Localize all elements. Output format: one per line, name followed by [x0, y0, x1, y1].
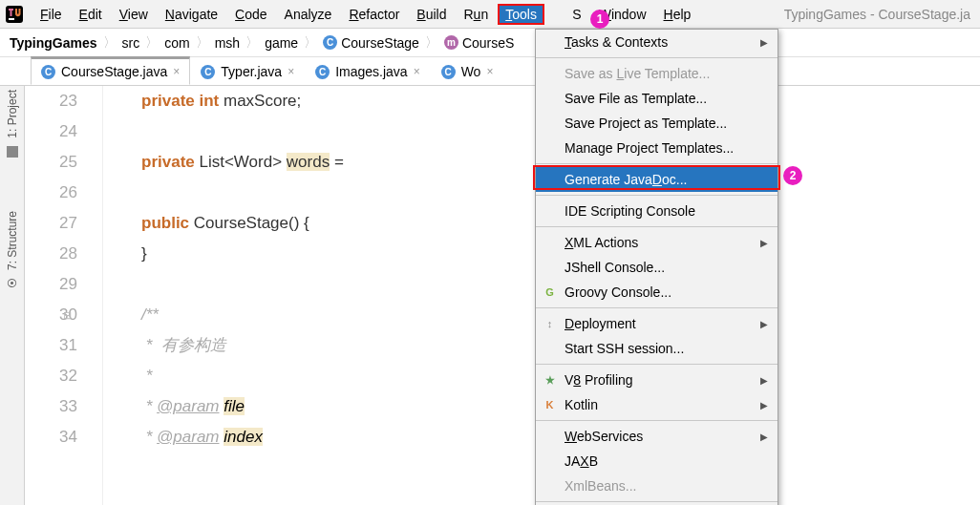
- menu-item-jshell-console-[interactable]: JShell Console...: [536, 255, 778, 280]
- tool-structure[interactable]: 7: Structure: [6, 211, 19, 270]
- v8-profiling-icon: ★: [543, 373, 557, 388]
- window-title: TypingGames - CourseStage.ja: [784, 7, 974, 22]
- fold-icon[interactable]: ⊟: [63, 300, 72, 330]
- menu-build[interactable]: Build: [409, 4, 454, 25]
- menu-navigate[interactable]: Navigate: [158, 4, 225, 25]
- menu-separator: [536, 307, 778, 308]
- class-icon: C: [323, 35, 337, 50]
- tab-images-java[interactable]: CImages.java×: [305, 58, 431, 85]
- menu-item-save-project-as-template-[interactable]: Save Project as Template...: [536, 111, 778, 136]
- callout-1: 1: [590, 10, 609, 29]
- breadcrumb-sep: 〉: [196, 34, 209, 52]
- menu-vcs[interactable]: VCS: [546, 4, 589, 25]
- menu-item-deployment[interactable]: ↕Deployment▶: [536, 311, 778, 336]
- class-icon: C: [441, 65, 456, 79]
- crumb-courses[interactable]: mCourseS: [444, 35, 514, 51]
- code-editor[interactable]: 2324252627282930⊟31323334 private int ma…: [25, 86, 980, 505]
- groovy-console--icon: G: [543, 285, 557, 300]
- tools-dropdown: Tasks & Contexts▶Save as Live Template..…: [535, 29, 778, 505]
- close-icon[interactable]: ×: [414, 65, 420, 78]
- folder-icon: [7, 146, 18, 158]
- menu-item-kotlin[interactable]: KKotlin▶: [536, 392, 778, 417]
- menu-code[interactable]: Code: [227, 4, 274, 25]
- menu-item-start-ssh-session-[interactable]: Start SSH session...: [536, 336, 778, 361]
- submenu-arrow-icon: ▶: [760, 431, 768, 442]
- menu-item-jaxb[interactable]: JAXB: [536, 449, 778, 473]
- menubar: FileEditViewNavigateCodeAnalyzeRefactorB…: [0, 0, 980, 29]
- line-number: 26: [25, 178, 77, 208]
- crumb-src[interactable]: src: [122, 35, 140, 51]
- line-number: 23: [25, 86, 77, 116]
- menu-file[interactable]: File: [32, 4, 70, 25]
- menu-run[interactable]: Run: [456, 4, 496, 25]
- crumb-game[interactable]: game: [265, 35, 298, 51]
- tab-wo[interactable]: CWo×: [431, 58, 504, 85]
- submenu-arrow-icon: ▶: [760, 37, 768, 48]
- line-number: 27: [25, 208, 77, 239]
- menu-item-tasks-contexts[interactable]: Tasks & Contexts▶: [536, 30, 778, 54]
- class-icon: C: [201, 65, 215, 79]
- menu-edit[interactable]: Edit: [72, 4, 110, 25]
- menu-separator: [536, 57, 778, 58]
- menu-item-xml-actions[interactable]: XML Actions▶: [536, 230, 778, 255]
- breadcrumb-sep: 〉: [245, 34, 259, 52]
- breadcrumb-sep: 〉: [304, 34, 317, 52]
- menu-item-groovy-console-[interactable]: GGroovy Console...: [536, 280, 778, 305]
- svg-rect-1: [9, 18, 14, 20]
- line-number: 30⊟: [25, 300, 77, 330]
- menu-separator: [536, 420, 778, 421]
- method-icon: m: [444, 35, 458, 50]
- line-number: 33: [25, 391, 77, 422]
- tool-project[interactable]: 1: Project: [6, 90, 19, 138]
- breadcrumb: TypingGames〉src〉com〉msh〉game〉CCourseStag…: [0, 29, 980, 57]
- line-number: 25: [25, 147, 77, 178]
- close-icon[interactable]: ×: [173, 65, 180, 78]
- submenu-arrow-icon: ▶: [760, 238, 768, 248]
- crumb-msh[interactable]: msh: [215, 35, 240, 51]
- tab-typer-java[interactable]: CTyper.java×: [190, 58, 305, 85]
- menu-separator: [536, 195, 778, 196]
- menu-separator: [536, 226, 778, 227]
- breadcrumb-sep: 〉: [425, 34, 438, 52]
- menu-item-save-as-live-template-: Save as Live Template...: [536, 61, 778, 86]
- kotlin-icon: K: [543, 398, 557, 412]
- menu-tools[interactable]: Tools: [498, 4, 544, 25]
- line-number: 24: [25, 116, 77, 147]
- breadcrumb-sep: 〉: [145, 34, 159, 52]
- close-icon[interactable]: ×: [288, 65, 294, 78]
- menu-analyze[interactable]: Analyze: [277, 4, 340, 25]
- line-number: 28: [25, 239, 77, 269]
- line-number: 29: [25, 269, 77, 300]
- line-number: 34: [25, 422, 77, 452]
- crumb-com[interactable]: com: [164, 35, 189, 51]
- menu-separator: [536, 163, 778, 164]
- class-icon: C: [315, 65, 330, 79]
- menu-item-xmlbeans-: XmlBeans...: [536, 473, 778, 498]
- menu-item-save-file-as-template-[interactable]: Save File as Template...: [536, 86, 778, 111]
- close-icon[interactable]: ×: [486, 65, 493, 78]
- app-logo-icon: [6, 6, 23, 23]
- structure-icon: ⦿: [7, 278, 17, 289]
- breadcrumb-sep: 〉: [103, 34, 117, 52]
- menu-view[interactable]: View: [112, 4, 156, 25]
- menu-item-manage-project-templates-[interactable]: Manage Project Templates...: [536, 136, 778, 160]
- menu-item-webservices[interactable]: WebServices▶: [536, 424, 778, 449]
- class-icon: C: [41, 65, 55, 79]
- left-tool-sidebar: 1: Project 7: Structure ⦿: [0, 86, 25, 505]
- callout-2: 2: [783, 166, 802, 185]
- submenu-arrow-icon: ▶: [760, 319, 768, 329]
- line-number: 31: [25, 330, 77, 361]
- tab-coursestage-java[interactable]: CCourseStage.java×: [31, 56, 190, 85]
- menu-separator: [536, 364, 778, 365]
- menu-separator: [536, 501, 778, 502]
- crumb-typinggames[interactable]: TypingGames: [10, 35, 97, 51]
- menu-help[interactable]: Help: [656, 4, 699, 25]
- deployment-icon: ↕: [543, 317, 557, 331]
- menu-item-ide-scripting-console[interactable]: IDE Scripting Console: [536, 199, 778, 223]
- menu-refactor[interactable]: Refactor: [341, 4, 407, 25]
- editor-tabs: CCourseStage.java×CTyper.java×CImages.ja…: [0, 57, 980, 86]
- submenu-arrow-icon: ▶: [760, 400, 768, 410]
- menu-item-generate-javadoc-[interactable]: Generate JavaDoc...: [536, 167, 778, 192]
- menu-item-v8-profiling[interactable]: ★V8 Profiling▶: [536, 368, 778, 392]
- crumb-coursestage[interactable]: CCourseStage: [323, 35, 419, 51]
